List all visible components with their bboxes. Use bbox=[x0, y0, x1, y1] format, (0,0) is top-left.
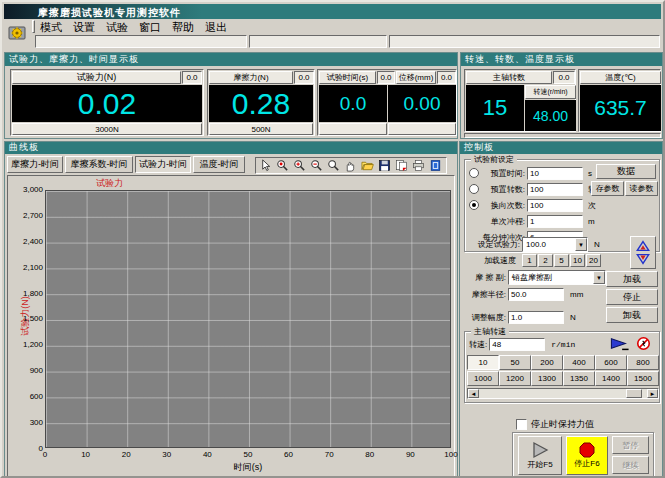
speed-preset-50[interactable]: 50 bbox=[499, 355, 531, 370]
force-nudge-buttons[interactable] bbox=[630, 236, 656, 269]
load-speed-1[interactable]: 1 bbox=[522, 254, 537, 267]
print-icon[interactable] bbox=[411, 159, 426, 173]
tab-test-force-time[interactable]: 试验力-时间 bbox=[135, 156, 191, 173]
load-speed-10[interactable]: 10 bbox=[570, 254, 585, 267]
background-color-icon[interactable] bbox=[428, 159, 443, 173]
data-button[interactable]: 数据 bbox=[596, 164, 656, 179]
scrollbar-thumb[interactable] bbox=[626, 389, 642, 398]
spindle-stop-icon[interactable] bbox=[635, 336, 652, 355]
menu-item-exit[interactable]: 退出 bbox=[205, 20, 227, 35]
spindle-scrollbar[interactable]: ◄ ► bbox=[467, 388, 659, 399]
speed-preset-1400[interactable]: 1400 bbox=[595, 371, 627, 386]
menu-item-mode[interactable]: 模式 bbox=[40, 20, 62, 35]
unload-button[interactable]: 卸载 bbox=[606, 307, 658, 323]
load-speed-5[interactable]: 5 bbox=[554, 254, 569, 267]
speed-preset-1300[interactable]: 1300 bbox=[531, 371, 563, 386]
preset-time-input[interactable] bbox=[527, 167, 583, 180]
set-force-row: 设定试验力: 100.0 ▼ N bbox=[464, 237, 600, 252]
display-footer-strip bbox=[464, 133, 661, 138]
tab-friction-time[interactable]: 摩擦力-时间 bbox=[7, 156, 63, 173]
spindle-speed-unit: r/min bbox=[551, 340, 575, 349]
single-stroke-unit: m bbox=[588, 217, 595, 226]
pause-button[interactable]: 暂停 bbox=[612, 436, 649, 454]
load-speed-label: 加载速度 bbox=[464, 255, 516, 266]
spindle-speed-input[interactable] bbox=[489, 338, 545, 351]
menu-item-window[interactable]: 窗口 bbox=[139, 20, 161, 35]
spindle-group: 主轴转速 转速: r/min 10 50 200 400 600 800 100… bbox=[464, 331, 660, 403]
load-button[interactable]: 加载 bbox=[606, 271, 658, 287]
continue-button[interactable]: 继续 bbox=[612, 456, 649, 474]
read-params-button[interactable]: 读参数 bbox=[625, 181, 658, 196]
friction-radius-input[interactable] bbox=[508, 288, 564, 301]
nudge-down-icon bbox=[636, 253, 650, 265]
single-stroke-label: 单次冲程: bbox=[479, 216, 525, 227]
set-force-combo[interactable]: 100.0 ▼ bbox=[522, 237, 588, 252]
speed-preset-10[interactable]: 10 bbox=[467, 355, 499, 370]
speed-preset-200[interactable]: 200 bbox=[531, 355, 563, 370]
friction-force-section: 摩擦力(N) 0.0 0.28 500N bbox=[207, 69, 315, 136]
chart-plot[interactable] bbox=[45, 190, 451, 448]
tab-temperature-time[interactable]: 温度-时间 bbox=[193, 156, 245, 173]
reverse-count-input[interactable] bbox=[527, 199, 583, 212]
preset-revs-radio[interactable] bbox=[469, 184, 479, 194]
scrollbar-right-arrow[interactable]: ► bbox=[647, 389, 658, 398]
speed-preset-1350[interactable]: 1350 bbox=[563, 371, 595, 386]
zoom-out-icon[interactable] bbox=[309, 159, 324, 173]
speed-preset-600[interactable]: 600 bbox=[595, 355, 627, 370]
status-box-3 bbox=[389, 35, 660, 48]
open-file-icon[interactable] bbox=[360, 159, 375, 173]
spindle-revs-peak: 0.0 bbox=[553, 71, 575, 84]
adjust-range-input[interactable] bbox=[508, 311, 564, 324]
friction-force-peak: 0.0 bbox=[294, 71, 314, 84]
title-bar[interactable]: 摩擦磨损试验机专用测控软件 bbox=[4, 4, 661, 19]
zoom-reset-icon[interactable] bbox=[326, 159, 341, 173]
zoom-in-icon[interactable] bbox=[292, 159, 307, 173]
zoom-select-icon[interactable] bbox=[275, 159, 290, 173]
load-speed-20[interactable]: 20 bbox=[586, 254, 601, 267]
status-box-2 bbox=[249, 35, 387, 48]
speed-preset-1500[interactable]: 1500 bbox=[627, 371, 659, 386]
reverse-count-label: 换向次数: bbox=[479, 200, 525, 211]
force-stop-button[interactable]: 停止 bbox=[606, 289, 658, 305]
speed-preset-800[interactable]: 800 bbox=[627, 355, 659, 370]
spindle-speed-row: 转速: r/min bbox=[469, 337, 575, 351]
load-speed-2[interactable]: 2 bbox=[538, 254, 553, 267]
speed-preset-1000[interactable]: 1000 bbox=[467, 371, 499, 386]
speed-preset-1200[interactable]: 1200 bbox=[499, 371, 531, 386]
friction-pair-combo[interactable]: 销盘摩擦副 ▼ bbox=[508, 270, 606, 285]
hold-force-checkbox[interactable] bbox=[516, 419, 527, 430]
speed-preset-400[interactable]: 400 bbox=[563, 355, 595, 370]
scrollbar-left-arrow[interactable]: ◄ bbox=[468, 389, 479, 398]
menu-item-help[interactable]: 帮助 bbox=[172, 20, 194, 35]
hold-force-label: 停止时保持力值 bbox=[531, 418, 594, 431]
preset-revs-label: 预置转数: bbox=[479, 184, 525, 195]
spindle-speed-value: 48.00 bbox=[525, 100, 576, 131]
tab-friction-coef-time[interactable]: 摩擦系数-时间 bbox=[65, 156, 133, 173]
reverse-count-radio[interactable] bbox=[469, 200, 479, 210]
test-time-value: 0.0 bbox=[319, 85, 387, 122]
cursor-tool-icon[interactable] bbox=[258, 159, 273, 173]
stop-button[interactable]: 停止F6 bbox=[566, 436, 608, 475]
set-force-dropdown-icon[interactable]: ▼ bbox=[575, 238, 587, 251]
nudge-up-icon bbox=[636, 240, 650, 252]
spindle-start-icon[interactable] bbox=[609, 336, 631, 355]
start-button[interactable]: 开始F5 bbox=[518, 436, 562, 475]
stop-button-label: 停止F6 bbox=[574, 458, 599, 469]
run-buttons-frame: 开始F5 停止F6 暂停 继续 bbox=[512, 432, 654, 478]
preset-time-radio[interactable] bbox=[469, 168, 479, 178]
menu-item-test[interactable]: 试验 bbox=[106, 20, 128, 35]
preset-revs-input[interactable] bbox=[527, 183, 583, 196]
friction-pair-row: 摩 擦 副: 销盘摩擦副 ▼ bbox=[464, 270, 606, 285]
friction-pair-dropdown-icon[interactable]: ▼ bbox=[593, 271, 605, 284]
save-params-button[interactable]: 存参数 bbox=[591, 181, 624, 196]
friction-pair-value: 销盘摩擦副 bbox=[509, 272, 593, 283]
hold-force-row: 停止时保持力值 bbox=[516, 418, 594, 431]
single-stroke-input[interactable] bbox=[527, 215, 583, 228]
adjust-range-row: 调整幅度: N bbox=[464, 310, 576, 324]
pan-hand-icon[interactable] bbox=[343, 159, 358, 173]
status-box-1 bbox=[35, 35, 247, 48]
export-icon[interactable] bbox=[394, 159, 409, 173]
menu-item-settings[interactable]: 设置 bbox=[73, 20, 95, 35]
start-triangle-icon bbox=[530, 441, 550, 459]
save-icon[interactable] bbox=[377, 159, 392, 173]
